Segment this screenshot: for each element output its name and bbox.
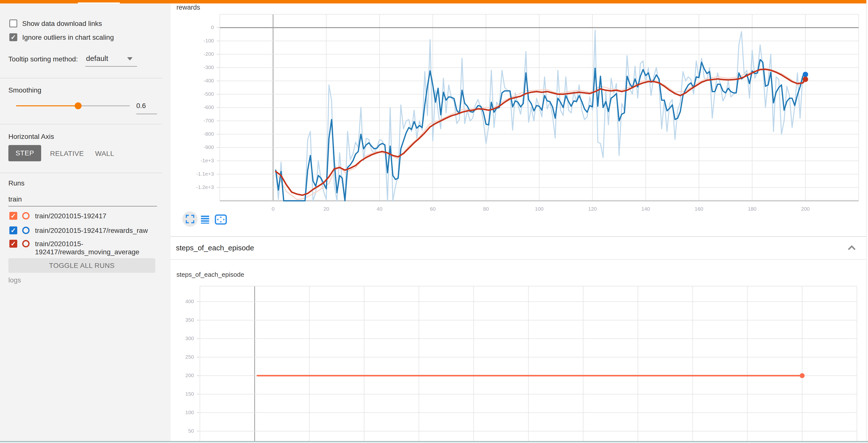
smoothing-value[interactable]: 0.6 <box>136 102 146 110</box>
svg-text:100: 100 <box>185 409 194 415</box>
svg-text:20: 20 <box>323 206 329 212</box>
check-icon: ✓ <box>10 34 16 40</box>
dropdown-arrow-icon[interactable] <box>127 57 132 60</box>
svg-text:-700: -700 <box>204 118 214 123</box>
steps-line-chart[interactable]: 40035030025020015010050 <box>170 281 866 443</box>
run-radio[interactable] <box>22 212 30 219</box>
steps-section-header[interactable]: steps_of_each_episode <box>170 237 866 260</box>
run-label: train/20201015-192417 <box>35 212 158 220</box>
svg-text:-1.2e+3: -1.2e+3 <box>196 184 214 190</box>
tooltip-sorting-label: Tooltip sorting method: <box>8 55 78 63</box>
fullscreen-icon[interactable] <box>185 214 195 224</box>
svg-text:140: 140 <box>641 206 650 212</box>
run-checkbox[interactable]: ✓ <box>9 227 17 234</box>
run-label: train/20201015-192417/rewards_moving_ave… <box>35 240 158 256</box>
svg-text:-900: -900 <box>204 144 214 150</box>
svg-text:100: 100 <box>535 206 544 212</box>
smoothing-value-underline <box>136 114 157 114</box>
toggle-all-runs-button[interactable]: TOGGLE ALL RUNS <box>8 258 155 273</box>
svg-text:80: 80 <box>483 206 489 212</box>
tensorboard-app: Show data download links ✓ Ignore outlie… <box>0 0 868 443</box>
chevron-up-icon[interactable] <box>847 244 857 252</box>
run-label: train/20201015-192417/rewards_raw <box>35 227 158 235</box>
smoothing-slider-fill <box>16 105 78 106</box>
top-app-bar <box>0 0 866 3</box>
check-icon: ✓ <box>10 240 16 247</box>
svg-text:0: 0 <box>272 206 275 212</box>
svg-text:150: 150 <box>185 391 194 396</box>
tooltip-sorting-dropdown[interactable]: default <box>86 54 108 63</box>
rewards-chart-title: rewards <box>177 4 200 11</box>
divider <box>0 173 162 173</box>
svg-text:-800: -800 <box>204 131 214 137</box>
axis-step-button[interactable]: STEP <box>8 145 41 161</box>
run-radio[interactable] <box>22 240 30 247</box>
svg-text:-400: -400 <box>204 78 214 83</box>
show-data-download-links-checkbox[interactable] <box>9 20 17 27</box>
divider <box>0 78 162 79</box>
check-icon: ✓ <box>10 227 16 234</box>
sidebar: Show data download links ✓ Ignore outlie… <box>0 3 170 441</box>
check-icon: ✓ <box>10 213 16 219</box>
steps-section-title: steps_of_each_episode <box>176 244 254 252</box>
svg-text:-100: -100 <box>204 38 214 43</box>
logs-label: logs <box>8 276 21 284</box>
svg-text:350: 350 <box>185 317 194 323</box>
svg-text:300: 300 <box>185 335 194 341</box>
svg-text:200: 200 <box>185 373 194 378</box>
svg-text:60: 60 <box>430 206 435 212</box>
svg-text:400: 400 <box>185 298 194 304</box>
svg-text:0: 0 <box>211 24 214 30</box>
run-filter-underline <box>8 206 157 206</box>
axis-wall-button[interactable]: WALL <box>95 150 114 158</box>
svg-text:-500: -500 <box>204 91 214 97</box>
smoothing-label: Smoothing <box>8 86 41 94</box>
svg-text:-200: -200 <box>204 51 214 57</box>
vertical-scrollbar[interactable] <box>866 0 868 441</box>
svg-text:200: 200 <box>801 206 810 212</box>
ignore-outliers-label: Ignore outliers in chart scaling <box>22 34 114 41</box>
run-checkbox[interactable]: ✓ <box>9 240 17 248</box>
svg-text:40: 40 <box>377 206 382 212</box>
steps-chart-title: steps_of_each_episode <box>177 271 244 278</box>
tooltip-sorting-underline <box>85 66 137 67</box>
svg-text:50: 50 <box>188 428 194 434</box>
svg-text:-1e+3: -1e+3 <box>200 158 214 163</box>
divider <box>0 124 162 124</box>
data-series-list-icon[interactable] <box>200 215 210 225</box>
svg-text:120: 120 <box>588 206 597 212</box>
ignore-outliers-checkbox[interactable]: ✓ <box>9 33 17 41</box>
pan-zoom-icon[interactable] <box>215 214 227 225</box>
smoothing-slider-knob[interactable] <box>75 102 82 109</box>
svg-text:-300: -300 <box>204 64 214 70</box>
svg-text:-1.1e+3: -1.1e+3 <box>196 171 214 177</box>
axis-relative-button[interactable]: RELATIVE <box>50 150 84 158</box>
runs-label: Runs <box>8 179 24 187</box>
run-filter-input[interactable]: train <box>8 195 22 203</box>
svg-text:-600: -600 <box>204 104 214 110</box>
svg-text:250: 250 <box>185 354 194 360</box>
horizontal-axis-label: Horizontal Axis <box>8 133 54 141</box>
svg-text:180: 180 <box>748 206 756 212</box>
svg-text:160: 160 <box>694 206 703 212</box>
rewards-line-chart[interactable]: 0-100-200-300-400-500-600-700-800-900-1e… <box>170 11 866 215</box>
show-data-download-links-label: Show data download links <box>22 20 102 28</box>
run-checkbox[interactable]: ✓ <box>9 212 17 220</box>
bottom-window-glow <box>0 442 868 443</box>
run-radio[interactable] <box>22 227 30 234</box>
